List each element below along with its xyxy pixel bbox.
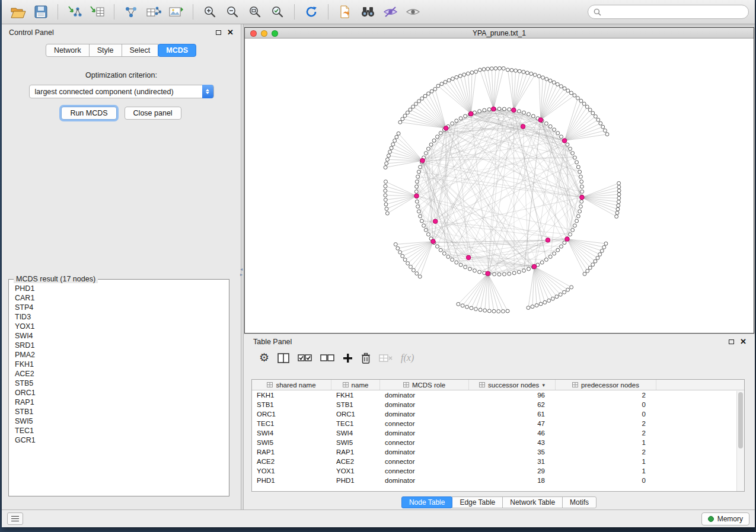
table-cell: STB1 xyxy=(331,401,380,408)
table-row[interactable]: SWI5SWI5connector431 xyxy=(252,438,744,447)
table-row[interactable]: SWI4SWI4dominator462 xyxy=(252,428,744,438)
close-table-panel-icon[interactable]: ✕ xyxy=(740,339,747,345)
toolbar-separator xyxy=(294,4,295,20)
list-item[interactable]: STP4 xyxy=(15,303,228,312)
column-header-shared-name[interactable]: shared name xyxy=(252,380,331,390)
list-item[interactable]: SWI5 xyxy=(15,416,228,426)
eye-slash-icon xyxy=(383,5,398,18)
close-window-icon[interactable] xyxy=(250,30,257,37)
table-cell: YOX1 xyxy=(252,467,331,475)
tab-node-table[interactable]: Node Table xyxy=(401,496,453,508)
column-header-successor-nodes[interactable]: successor nodes ▾ xyxy=(469,380,556,390)
list-item[interactable]: STB1 xyxy=(15,407,228,416)
tab-network[interactable]: Network xyxy=(46,44,90,57)
list-item[interactable]: TEC1 xyxy=(15,426,228,435)
table-cell: ORC1 xyxy=(331,411,380,418)
list-item[interactable]: STB5 xyxy=(15,379,228,388)
column-header-mcds-role[interactable]: MCDS role xyxy=(380,380,469,390)
table-cell: ACE2 xyxy=(252,458,331,465)
table-cell: PHD1 xyxy=(331,477,380,484)
zoom-in-button[interactable] xyxy=(199,2,221,21)
show-columns-button[interactable] xyxy=(277,351,289,364)
table-row[interactable]: ACE2ACE2connector311 xyxy=(252,457,744,466)
show-all-button[interactable] xyxy=(402,2,423,21)
table-scrollbar[interactable] xyxy=(736,391,744,491)
scrollbar-thumb[interactable] xyxy=(738,392,743,448)
table-row[interactable]: PHD1PHD1dominator180 xyxy=(252,476,744,485)
export-table-button[interactable] xyxy=(143,2,164,21)
table-row[interactable]: ORC1ORC1dominator610 xyxy=(252,409,744,419)
import-table-button[interactable] xyxy=(87,2,108,21)
tab-select[interactable]: Select xyxy=(122,44,159,57)
list-item[interactable]: CAR1 xyxy=(15,293,228,303)
table-row[interactable]: RAP1RAP1dominator352 xyxy=(252,447,744,457)
close-panel-button[interactable]: Close panel xyxy=(125,107,181,120)
criterion-dropdown-value: largest connected component (undirected) xyxy=(35,88,174,96)
list-item[interactable]: PMA2 xyxy=(15,350,228,360)
list-item[interactable]: SWI4 xyxy=(15,331,228,341)
search-input[interactable] xyxy=(605,7,743,17)
splitter-collapse-icon[interactable]: ◂▸ xyxy=(240,267,243,277)
memory-button[interactable]: Memory xyxy=(701,512,749,525)
run-mcds-button[interactable]: Run MCDS xyxy=(61,107,116,120)
tab-network-table[interactable]: Network Table xyxy=(502,496,563,508)
mcds-result-list[interactable]: PHD1CAR1STP4TID3YOX1SWI4SRD1PMA2FKH1ACE2… xyxy=(9,280,228,495)
export-document-button[interactable] xyxy=(334,2,356,21)
open-folder-icon xyxy=(11,6,26,18)
open-file-button[interactable] xyxy=(8,2,29,21)
hide-selected-button[interactable] xyxy=(379,2,401,21)
table-row[interactable]: YOX1YOX1connector291 xyxy=(252,466,744,476)
network-window-titlebar[interactable]: YPA_prune.txt_1 xyxy=(245,28,754,39)
criterion-dropdown[interactable]: largest connected component (undirected) xyxy=(29,85,214,98)
list-item[interactable]: ORC1 xyxy=(15,388,228,398)
minimize-window-icon[interactable] xyxy=(261,30,267,37)
clear-table-button xyxy=(379,351,393,364)
list-item[interactable]: SRD1 xyxy=(15,341,228,350)
list-item[interactable]: RAP1 xyxy=(15,398,228,407)
float-panel-icon[interactable] xyxy=(216,30,221,35)
search-network-button[interactable] xyxy=(357,2,378,21)
table-cell: 2 xyxy=(556,420,656,427)
list-item[interactable]: TID3 xyxy=(15,312,228,322)
list-item[interactable]: YOX1 xyxy=(15,322,228,331)
table-row[interactable]: TEC1TEC1connector472 xyxy=(252,419,744,428)
mcds-result-box: MCDS result (17 nodes) PHD1CAR1STP4TID3Y… xyxy=(8,279,229,496)
float-table-panel-icon[interactable] xyxy=(729,339,734,344)
zoom-fit-button[interactable] xyxy=(244,2,266,21)
network-canvas[interactable] xyxy=(245,39,754,333)
add-row-button[interactable] xyxy=(343,351,353,364)
table-cell: 61 xyxy=(469,411,556,418)
table-cell: 1 xyxy=(556,439,656,446)
close-panel-icon[interactable]: ✕ xyxy=(227,30,234,36)
list-item[interactable]: FKH1 xyxy=(15,360,228,369)
table-row[interactable]: STB1STB1dominator620 xyxy=(252,400,744,409)
show-panels-button[interactable] xyxy=(7,512,23,525)
zoom-out-button[interactable] xyxy=(222,2,243,21)
tab-edge-table[interactable]: Edge Table xyxy=(452,496,503,508)
delete-row-button[interactable] xyxy=(361,351,371,364)
list-item[interactable]: PHD1 xyxy=(15,284,228,293)
export-image-button[interactable] xyxy=(165,2,187,21)
new-network-button[interactable] xyxy=(120,2,142,21)
deselect-all-button[interactable] xyxy=(320,351,334,364)
import-network-button[interactable] xyxy=(64,2,85,21)
search-field[interactable] xyxy=(588,5,749,19)
list-item[interactable]: GCR1 xyxy=(15,435,228,445)
table-row[interactable]: FKH1FKH1dominator962 xyxy=(252,390,744,400)
maximize-window-icon[interactable] xyxy=(272,30,278,37)
list-item[interactable]: ACE2 xyxy=(15,369,228,379)
column-settings-button[interactable]: ⚙ xyxy=(259,351,269,364)
column-header-predecessor-nodes[interactable]: predecessor nodes xyxy=(556,380,656,390)
tab-motifs[interactable]: Motifs xyxy=(562,496,596,508)
select-all-button[interactable] xyxy=(298,351,312,364)
column-type-icon xyxy=(267,382,273,387)
table-panel-title: Table Panel xyxy=(253,338,292,346)
tab-mcds[interactable]: MCDS xyxy=(158,44,196,57)
column-header-name[interactable]: name xyxy=(331,380,380,390)
save-session-button[interactable] xyxy=(30,2,52,21)
tab-style[interactable]: Style xyxy=(89,44,122,57)
table-cell: connector xyxy=(380,420,469,427)
zoom-selected-button[interactable] xyxy=(267,2,288,21)
sort-chevron-icon[interactable]: ▾ xyxy=(542,382,545,388)
refresh-layout-button[interactable] xyxy=(301,2,322,21)
